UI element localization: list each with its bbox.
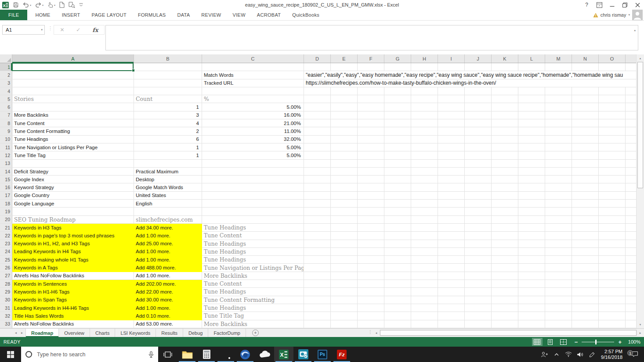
cell-N33[interactable]: [572, 320, 599, 328]
cell-O21[interactable]: [599, 224, 626, 231]
cell-K8[interactable]: [492, 119, 518, 127]
close-button[interactable]: [631, 0, 644, 10]
column-header-F[interactable]: F: [358, 54, 384, 63]
cell-E25[interactable]: [331, 256, 358, 263]
cell-C32[interactable]: Tune Title Tag: [202, 312, 304, 319]
row-header-6[interactable]: 6: [0, 103, 12, 111]
help-button[interactable]: ?: [580, 0, 593, 10]
cell-A17[interactable]: Google Country: [12, 192, 134, 199]
sheet-nav-right-icon[interactable]: ▸: [21, 331, 23, 335]
cell-I23[interactable]: [438, 240, 465, 247]
start-button[interactable]: [0, 347, 21, 362]
cell-A6[interactable]: [12, 103, 134, 111]
cell-B31[interactable]: Add 1.00 more.: [134, 304, 202, 312]
row-header-11[interactable]: 11: [0, 143, 12, 151]
cell-I9[interactable]: [438, 127, 465, 135]
row-header-17[interactable]: 17: [0, 192, 12, 199]
cell-B28[interactable]: Add 202.00 more.: [134, 280, 202, 287]
cell-K15[interactable]: [492, 176, 518, 183]
row-header-19[interactable]: 19: [0, 208, 12, 215]
insert-function-icon[interactable]: fx: [92, 27, 98, 33]
cell-N18[interactable]: [572, 200, 599, 207]
cell-H18[interactable]: [411, 200, 438, 207]
row-header-2[interactable]: 2: [0, 71, 12, 79]
cell-H4[interactable]: [411, 87, 438, 95]
cell-L29[interactable]: [518, 288, 545, 295]
sheet-tab-results[interactable]: Results: [156, 329, 183, 337]
cell-M1[interactable]: [545, 63, 572, 71]
row-header-15[interactable]: 15: [0, 176, 12, 183]
cell-B18[interactable]: English: [134, 200, 202, 207]
ribbon-tab-acrobat[interactable]: ACROBAT: [251, 10, 286, 20]
zoom-in-button[interactable]: +: [618, 339, 622, 345]
cell-A29[interactable]: Keywords in H1-H6 Tags: [12, 288, 134, 295]
cell-M23[interactable]: [545, 240, 572, 247]
cell-L14[interactable]: [518, 168, 545, 175]
cell-G17[interactable]: [384, 192, 411, 199]
cell-N10[interactable]: [572, 136, 599, 143]
cell-F12[interactable]: [358, 151, 384, 159]
cell-B25[interactable]: Add 1.00 more.: [134, 256, 202, 263]
cell-L24[interactable]: [518, 248, 545, 255]
cell-H21[interactable]: [411, 224, 438, 231]
cell-B21[interactable]: Add 34.00 more.: [134, 224, 202, 231]
cell-J26[interactable]: [465, 264, 492, 271]
taskbar-app-onedrive[interactable]: [255, 347, 274, 362]
cell-I22[interactable]: [438, 232, 465, 239]
cell-O4[interactable]: [599, 87, 626, 95]
cell-H16[interactable]: [411, 183, 438, 191]
cell-G15[interactable]: [384, 176, 411, 183]
cell-K18[interactable]: [492, 200, 518, 207]
cell-K13[interactable]: [492, 160, 518, 167]
cell-M6[interactable]: [545, 103, 572, 111]
cell-M13[interactable]: [545, 160, 572, 167]
cell-I10[interactable]: [438, 136, 465, 143]
cell-M5[interactable]: [545, 95, 572, 103]
row-header-32[interactable]: 32: [0, 312, 12, 319]
taskbar-app-task-view[interactable]: [158, 347, 177, 362]
taskbar-search[interactable]: [21, 347, 158, 362]
cell-E23[interactable]: [331, 240, 358, 247]
taskbar-app-chrome[interactable]: [216, 347, 235, 362]
column-header-D[interactable]: D: [304, 54, 331, 63]
cell-O25[interactable]: [599, 256, 626, 263]
cell-A8[interactable]: Tune Content: [12, 119, 134, 127]
row-header-22[interactable]: 22: [0, 232, 12, 239]
row-header-16[interactable]: 16: [0, 183, 12, 191]
scroll-right-icon[interactable]: ▸: [637, 330, 643, 336]
cell-D31[interactable]: [304, 304, 331, 312]
cell-A22[interactable]: Keywords in page's top 3 most used phras…: [12, 232, 134, 239]
sheet-tab-roadmap[interactable]: Roadmap: [25, 329, 59, 337]
cell-L1[interactable]: [518, 63, 545, 71]
cell-O24[interactable]: [599, 248, 626, 255]
cell-N13[interactable]: [572, 160, 599, 167]
column-header-N[interactable]: N: [572, 54, 599, 63]
zoom-out-button[interactable]: −: [575, 339, 578, 345]
cell-E8[interactable]: [331, 119, 358, 127]
cell-C19[interactable]: [202, 208, 304, 215]
cell-C25[interactable]: Tune Headings: [202, 256, 304, 263]
column-header-E[interactable]: E: [331, 54, 358, 63]
cell-M32[interactable]: [545, 312, 572, 319]
cell-B17[interactable]: United States: [134, 192, 202, 199]
cell-N9[interactable]: [572, 127, 599, 135]
cell-G29[interactable]: [384, 288, 411, 295]
cell-F13[interactable]: [358, 160, 384, 167]
cell-A32[interactable]: Title Has Sales Words: [12, 312, 134, 319]
cell-N4[interactable]: [572, 87, 599, 95]
cell-A15[interactable]: Google Index: [12, 176, 134, 183]
cell-N8[interactable]: [572, 119, 599, 127]
cell-E14[interactable]: [331, 168, 358, 175]
cell-D30[interactable]: [304, 296, 331, 304]
cell-F16[interactable]: [358, 183, 384, 191]
zoom-level[interactable]: 100%: [627, 339, 640, 344]
column-header-O[interactable]: O: [599, 54, 626, 63]
cell-L27[interactable]: [518, 272, 545, 280]
cell-O28[interactable]: [599, 280, 626, 287]
cell-H23[interactable]: [411, 240, 438, 247]
cell-F31[interactable]: [358, 304, 384, 312]
cell-H17[interactable]: [411, 192, 438, 199]
cell-H26[interactable]: [411, 264, 438, 271]
cell-G19[interactable]: [384, 208, 411, 215]
cancel-icon[interactable]: ✕: [60, 27, 64, 33]
